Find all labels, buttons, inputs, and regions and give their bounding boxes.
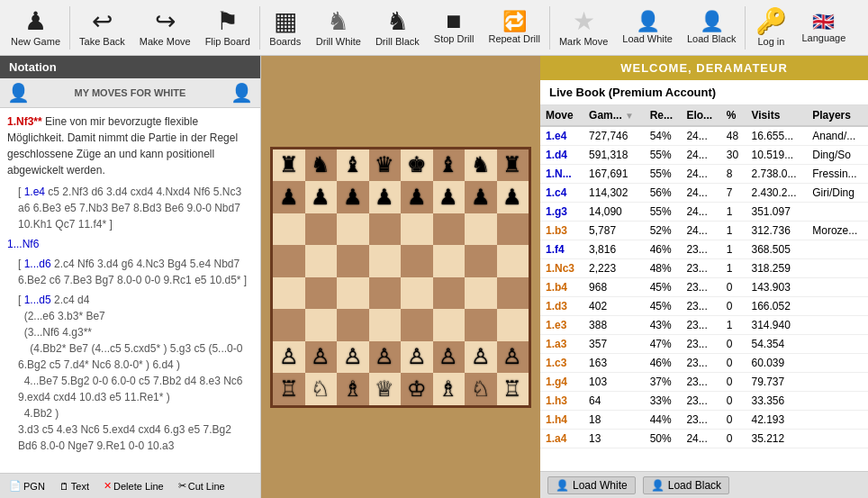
- take-back-button[interactable]: ↩ Take Back: [72, 2, 132, 54]
- chess-board[interactable]: ♜♞♝♛♚♝♞♜♟♟♟♟♟♟♟♟♙♙♙♙♙♙♙♙♖♘♗♕♔♗♘♖: [270, 147, 531, 408]
- square-c6[interactable]: [337, 213, 369, 246]
- square-g3[interactable]: [465, 309, 497, 341]
- square-h3[interactable]: [497, 309, 529, 341]
- square-e7[interactable]: ♟: [401, 181, 433, 213]
- square-e1[interactable]: ♔: [401, 373, 433, 405]
- square-f8[interactable]: ♝: [433, 149, 466, 182]
- square-g2[interactable]: ♙: [465, 341, 497, 374]
- square-b1[interactable]: ♘: [305, 373, 338, 405]
- square-h8[interactable]: ♜: [497, 149, 529, 182]
- square-d4[interactable]: [369, 277, 402, 310]
- load-black-button[interactable]: 👤 Load Black: [680, 2, 743, 54]
- square-a5[interactable]: [273, 245, 305, 277]
- square-b5[interactable]: [305, 245, 338, 277]
- square-b8[interactable]: ♞: [305, 149, 338, 182]
- square-a8[interactable]: ♜: [273, 149, 305, 182]
- square-c3[interactable]: [337, 309, 369, 341]
- square-f4[interactable]: [433, 277, 466, 310]
- square-c2[interactable]: ♙: [337, 341, 369, 374]
- table-row[interactable]: 1.c3 163 46% 23... 0 60.039: [540, 354, 868, 373]
- square-f1[interactable]: ♗: [433, 373, 466, 405]
- square-c7[interactable]: ♟: [337, 181, 369, 213]
- load-white-button[interactable]: 👤 Load White: [615, 2, 680, 54]
- square-c1[interactable]: ♗: [337, 373, 369, 405]
- square-b3[interactable]: [305, 309, 338, 341]
- table-row[interactable]: 1.b4 968 45% 23... 0 143.903: [540, 278, 868, 297]
- delete-line-button[interactable]: ✕ Delete Line: [100, 479, 167, 493]
- notation-content[interactable]: 1.Nf3** Eine von mir bevorzugte flexible…: [0, 108, 260, 473]
- square-g8[interactable]: ♞: [465, 149, 497, 182]
- table-row[interactable]: 1.a4 13 50% 24... 0 35.212: [540, 430, 868, 448]
- col-elo[interactable]: Elo...: [681, 105, 720, 126]
- square-f5[interactable]: [433, 245, 466, 277]
- drill-black-button[interactable]: ♞ Drill Black: [368, 2, 427, 54]
- footer-load-white-button[interactable]: 👤 Load White: [547, 476, 636, 494]
- table-row[interactable]: 1.b3 5,787 52% 24... 1 312.736 Moroze...: [540, 222, 868, 240]
- col-re[interactable]: Re...: [645, 105, 682, 126]
- cut-line-button[interactable]: ✂ Cut Line: [175, 479, 229, 493]
- square-d6[interactable]: [369, 213, 402, 246]
- mark-move-button[interactable]: ★ Mark Move: [552, 2, 615, 54]
- col-pct[interactable]: %: [721, 105, 746, 126]
- table-row[interactable]: 1.Nc3 2,223 48% 23... 1 318.259: [540, 259, 868, 278]
- square-h7[interactable]: ♟: [497, 181, 529, 213]
- repeat-drill-button[interactable]: 🔁 Repeat Drill: [481, 2, 547, 54]
- text-button[interactable]: 🗒 Text: [56, 480, 93, 493]
- col-players[interactable]: Players: [807, 105, 868, 126]
- square-g4[interactable]: [465, 277, 497, 310]
- square-g7[interactable]: ♟: [465, 181, 497, 213]
- table-row[interactable]: 1.c4 114,302 56% 24... 7 2.430.2... Giri…: [540, 184, 868, 203]
- square-a3[interactable]: [273, 309, 305, 341]
- square-f2[interactable]: ♙: [433, 341, 466, 374]
- pgn-button[interactable]: 📄 PGN: [5, 479, 49, 493]
- square-f3[interactable]: [433, 309, 466, 341]
- square-c4[interactable]: [337, 277, 369, 310]
- square-b6[interactable]: [305, 213, 338, 246]
- table-row[interactable]: 1.g4 103 37% 23... 0 79.737: [540, 373, 868, 392]
- square-e6[interactable]: [401, 213, 433, 246]
- table-row[interactable]: 1.N... 167,691 55% 24... 8 2.738.0... Fr…: [540, 165, 868, 184]
- square-h2[interactable]: ♙: [497, 341, 529, 374]
- square-g6[interactable]: [465, 213, 497, 246]
- square-e5[interactable]: [401, 245, 433, 277]
- table-row[interactable]: 1.e4 727,746 54% 24... 48 16.655... Anan…: [540, 126, 868, 146]
- square-a1[interactable]: ♖: [273, 373, 305, 405]
- square-d8[interactable]: ♛: [369, 149, 402, 182]
- square-g5[interactable]: [465, 245, 497, 277]
- square-h5[interactable]: [497, 245, 529, 277]
- square-b4[interactable]: [305, 277, 338, 310]
- square-d5[interactable]: [369, 245, 402, 277]
- table-row[interactable]: 1.d3 402 45% 23... 0 166.052: [540, 297, 868, 316]
- square-e3[interactable]: [401, 309, 433, 341]
- square-d2[interactable]: ♙: [369, 341, 402, 374]
- square-h1[interactable]: ♖: [497, 373, 529, 405]
- square-a6[interactable]: [273, 213, 305, 246]
- col-games[interactable]: Gam... ▼: [583, 105, 645, 126]
- square-h4[interactable]: [497, 277, 529, 310]
- log-in-button[interactable]: 🔑 Log in: [747, 2, 794, 54]
- table-row[interactable]: 1.d4 591,318 55% 24... 30 10.519... Ding…: [540, 146, 868, 165]
- square-d1[interactable]: ♕: [369, 373, 402, 405]
- square-d7[interactable]: ♟: [369, 181, 402, 213]
- square-h6[interactable]: [497, 213, 529, 246]
- language-button[interactable]: 🇬🇧 Language: [794, 2, 853, 54]
- table-row[interactable]: 1.e3 388 43% 23... 1 314.940: [540, 316, 868, 335]
- square-a7[interactable]: ♟: [273, 181, 305, 213]
- square-c8[interactable]: ♝: [337, 149, 369, 182]
- square-g1[interactable]: ♘: [465, 373, 497, 405]
- table-row[interactable]: 1.h3 64 33% 23... 0 33.356: [540, 392, 868, 411]
- square-a2[interactable]: ♙: [273, 341, 305, 374]
- table-row[interactable]: 1.h4 18 44% 23... 0 42.193: [540, 411, 868, 430]
- drill-white-button[interactable]: ♞ Drill White: [309, 2, 368, 54]
- footer-load-black-button[interactable]: 👤 Load Black: [643, 476, 729, 494]
- make-move-button[interactable]: ↪ Make Move: [132, 2, 198, 54]
- live-table-wrap[interactable]: Move Gam... ▼ Re... Elo... % Visits Play…: [540, 105, 868, 471]
- square-e8[interactable]: ♚: [401, 149, 433, 182]
- square-f7[interactable]: ♟: [433, 181, 466, 213]
- square-b2[interactable]: ♙: [305, 341, 338, 374]
- table-row[interactable]: 1.a3 357 47% 23... 0 54.354: [540, 335, 868, 354]
- flip-board-button[interactable]: ⚑ Flip Board: [198, 2, 258, 54]
- square-c5[interactable]: [337, 245, 369, 277]
- col-visits[interactable]: Visits: [746, 105, 808, 126]
- col-move[interactable]: Move: [540, 105, 583, 126]
